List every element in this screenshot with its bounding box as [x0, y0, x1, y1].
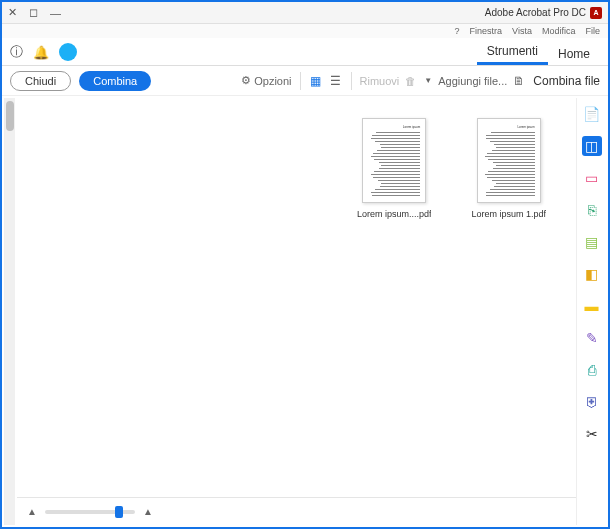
close-window-icon[interactable]: ✕ [8, 6, 17, 19]
page-preview: Lorem ipsum [477, 118, 541, 203]
add-file-label: Aggiungi file... [438, 75, 507, 87]
gear-icon: ⚙ [241, 74, 251, 87]
canvas: Lorem ipsumLorem ipsum 1.pdfLorem ipsumL… [4, 98, 576, 525]
tabbar: Home Strumenti ⓘ 🔔 [2, 38, 608, 66]
app-icon: A [590, 7, 602, 19]
export-icon[interactable]: ⎘ [582, 200, 602, 220]
file-label: Lorem ipsum 1.pdf [471, 209, 546, 219]
add-file-icon: 🗎 [513, 74, 525, 88]
cut-icon[interactable]: ✂ [582, 424, 602, 444]
menu-window[interactable]: Finestra [470, 26, 503, 36]
remove-button[interactable]: 🗑 Rimuovi [360, 75, 417, 87]
close-button[interactable]: Chiudi [10, 71, 71, 91]
thumbnails-area: Lorem ipsumLorem ipsum 1.pdfLorem ipsumL… [17, 98, 576, 495]
options-label: Opzioni [254, 75, 291, 87]
comment-icon[interactable]: ◧ [582, 264, 602, 284]
workspace: 📄◫▭⎘▤◧▬✎⎙⛨✂ Lorem ipsumLorem ipsum 1.pdf… [4, 98, 606, 525]
account-avatar[interactable] [59, 43, 77, 61]
combine-button[interactable]: Combina [79, 71, 151, 91]
zoom-handle[interactable] [115, 506, 123, 518]
file-label: Lorem ipsum....pdf [357, 209, 432, 219]
zoom-bar: ▲ ▲ [17, 497, 576, 525]
combine-icon[interactable]: ◫ [582, 136, 602, 156]
zoom-in-icon[interactable]: ▲ [143, 506, 153, 517]
scrollbar-thumb[interactable] [6, 101, 14, 131]
zoom-out-icon[interactable]: ▲ [27, 506, 37, 517]
titlebar: A Adobe Acrobat Pro DC ✕ ◻ — [2, 2, 608, 24]
protect-icon[interactable]: ⛨ [582, 392, 602, 412]
maximize-window-icon[interactable]: ◻ [29, 6, 38, 19]
sign-icon[interactable]: ✎ [582, 328, 602, 348]
organize-icon[interactable]: ▭ [582, 168, 602, 188]
menubar: File Modifica Vista Finestra ? [2, 24, 608, 38]
minimize-window-icon[interactable]: — [50, 7, 61, 19]
separator [351, 72, 352, 90]
menu-edit[interactable]: Modifica [542, 26, 576, 36]
trash-icon: 🗑 [405, 75, 416, 87]
separator [300, 72, 301, 90]
info-icon[interactable]: ⓘ [10, 43, 23, 61]
add-file-button[interactable]: 🗎 Aggiungi file... ▼ [424, 74, 525, 88]
tab-home[interactable]: Home [548, 43, 600, 65]
edit-icon[interactable]: ▤ [582, 232, 602, 252]
tab-tools[interactable]: Strumenti [477, 40, 548, 65]
menu-file[interactable]: File [585, 26, 600, 36]
vertical-scrollbar[interactable] [5, 98, 15, 525]
app-title: Adobe Acrobat Pro DC [485, 7, 586, 18]
zoom-slider[interactable] [45, 510, 135, 514]
chevron-down-icon: ▼ [424, 76, 432, 85]
list-view-icon[interactable]: ☰ [329, 74, 343, 88]
file-thumbnail[interactable]: Lorem ipsumLorem ipsum 1.pdf [471, 118, 546, 475]
chat-icon[interactable]: ▬ [582, 296, 602, 316]
menu-view[interactable]: Vista [512, 26, 532, 36]
options-button[interactable]: ⚙ Opzioni [241, 74, 291, 87]
page-preview: Lorem ipsum [362, 118, 426, 203]
breadcrumb: Combina file [533, 74, 600, 88]
menu-help[interactable]: ? [455, 26, 460, 36]
grid-view-icon[interactable]: ▦ [309, 74, 323, 88]
notifications-icon[interactable]: 🔔 [33, 45, 49, 60]
side-tool-rail: 📄◫▭⎘▤◧▬✎⎙⛨✂ [576, 98, 606, 525]
remove-label: Rimuovi [360, 75, 400, 87]
create-pdf-icon[interactable]: 📄 [582, 104, 602, 124]
file-thumbnail[interactable]: Lorem ipsumLorem ipsum....pdf [357, 118, 432, 475]
print-icon[interactable]: ⎙ [582, 360, 602, 380]
toolbar: Combina file 🗎 Aggiungi file... ▼ 🗑 Rimu… [2, 66, 608, 96]
